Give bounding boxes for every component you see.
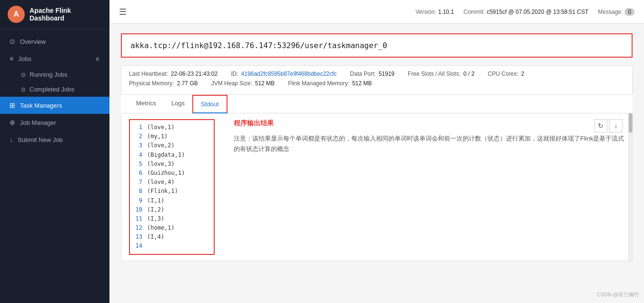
line-content-4: (Bigdata,1) — [147, 151, 185, 160]
code-line-10: 10 (I,2) — [134, 205, 210, 214]
version-value: 1.10.1 — [438, 9, 454, 15]
code-line-1: 1 (love,1) — [134, 123, 210, 132]
tab-metrics[interactable]: Metrics — [129, 95, 164, 113]
physical-memory-item: Physical Memory: 2.77 GB — [129, 80, 198, 87]
hamburger-icon[interactable]: ☰ — [119, 7, 127, 17]
topbar-left: ☰ — [119, 7, 127, 17]
annotation-panel: 程序输出结果 注意：该结果显示每个单词都是有状态的，每次输入相同的单词时该单词会… — [226, 119, 624, 255]
sidebar: A Apache Flink Dashboard ⊙ Overview ≡ Jo… — [0, 0, 109, 303]
code-line-9: 9 (I,1) — [134, 196, 210, 205]
taskmanager-info-panel: Last Heartbeat: 22-06-23 21:43:02 ID: 41… — [121, 65, 633, 95]
line-num-2: 2 — [134, 132, 142, 141]
overview-icon: ⊙ — [10, 38, 15, 45]
data-port-label: Data Port: — [350, 71, 376, 77]
line-content-9: (I,1) — [147, 196, 164, 205]
sidebar-logo: A Apache Flink Dashboard — [0, 0, 109, 29]
flink-memory-label: Flink Managed Memory: — [288, 80, 349, 87]
message-value: 0 — [624, 8, 634, 16]
tab-bar: Metrics Logs Stdout — [121, 95, 633, 113]
watermark: CSDN @若兰幽竹 — [597, 291, 639, 298]
info-row-1: Last Heartbeat: 22-06-23 21:43:02 ID: 41… — [129, 71, 624, 77]
main-area: ☰ Version: 1.10.1 Commit: c5915cf @ 07.0… — [109, 0, 644, 303]
sidebar-item-task-managers-label: Task Managers — [20, 102, 62, 109]
submit-job-icon: ↓ — [10, 136, 13, 143]
code-line-13: 13 (I,4) — [134, 232, 210, 242]
tab-stdout[interactable]: Stdout — [192, 95, 228, 113]
last-heartbeat-label: Last Heartbeat: — [129, 71, 168, 77]
completed-jobs-icon: ⊙ — [21, 86, 26, 93]
annotation-title: 程序输出结果 — [234, 119, 624, 128]
commit-info: Commit: c5915cf @ 07.05.2020 @ 13:58:51 … — [464, 9, 589, 15]
code-line-2: 2 (my,1) — [134, 132, 210, 141]
sidebar-group-jobs-label: Jobs — [18, 55, 31, 62]
download-button[interactable]: ↓ — [609, 119, 623, 132]
stdout-container: 1 (love,1) 2 (my,1) 3 (love,2) 4 (Bigdat… — [121, 113, 633, 261]
annotation-text: 注意：该结果显示每个单词都是有状态的，每次输入相同的单词时该单词会和前一次的计数… — [234, 133, 624, 154]
physical-memory-value: 2.77 GB — [177, 80, 198, 87]
sidebar-item-task-managers[interactable]: ⊞ Task Managers — [0, 97, 109, 114]
sidebar-nav: ⊙ Overview ≡ Jobs ∧ ⊙ Running Jobs ⊙ Com… — [0, 29, 109, 303]
last-heartbeat-value: 22-06-23 21:43:02 — [171, 71, 218, 77]
line-content-1: (love,1) — [147, 123, 175, 132]
line-content-6: (Guizhou,1) — [147, 169, 185, 178]
chevron-up-icon: ∧ — [95, 55, 100, 62]
cpu-cores-label: CPU Cores: — [488, 71, 518, 77]
line-num-6: 6 — [134, 169, 142, 178]
line-num-13: 13 — [134, 232, 142, 242]
flink-logo: A — [8, 6, 25, 23]
jvm-heap-label: JVM Heap Size: — [211, 80, 252, 87]
version-label: Version: — [416, 9, 436, 15]
free-slots-item: Free Slots / All Slots: 0 / 2 — [408, 71, 475, 77]
code-line-6: 6 (Guizhou,1) — [134, 169, 210, 178]
line-content-10: (I,2) — [147, 205, 164, 214]
data-port-item: Data Port: 51919 — [350, 71, 394, 77]
taskmanager-url-box: akka.tcp://flink@192.168.76.147:53296/us… — [121, 33, 633, 58]
code-line-11: 11 (I,3) — [134, 214, 210, 223]
line-content-5: (love,3) — [147, 160, 175, 169]
code-line-12: 12 (home,1) — [134, 223, 210, 232]
sidebar-title: Apache Flink Dashboard — [30, 7, 102, 22]
code-line-14: 14 — [134, 242, 210, 251]
sidebar-group-jobs[interactable]: ≡ Jobs ∧ — [0, 50, 109, 67]
flink-memory-value: 512 MB — [352, 80, 372, 87]
id-value: 4196ad2fc8595b87e9f468bdbec22cfc — [241, 71, 337, 77]
sidebar-item-submit-new-job-label: Submit New Job — [18, 136, 63, 143]
line-content-12: (home,1) — [147, 223, 175, 232]
refresh-button[interactable]: ↻ — [594, 119, 607, 132]
line-num-12: 12 — [134, 223, 142, 232]
scrollbar-thumb — [629, 113, 633, 132]
tab-logs[interactable]: Logs — [164, 95, 192, 113]
commit-value: c5915cf @ 07.05.2020 @ 13:58:51 CST — [486, 9, 588, 15]
free-slots-value: 0 / 2 — [463, 71, 474, 77]
line-num-8: 8 — [134, 187, 142, 196]
taskmanager-url: akka.tcp://flink@192.168.76.147:53296/us… — [130, 41, 387, 50]
free-slots-label: Free Slots / All Slots: — [408, 71, 461, 77]
scrollbar-track[interactable] — [628, 113, 632, 261]
sidebar-item-overview[interactable]: ⊙ Overview — [0, 33, 109, 50]
line-content-3: (love,2) — [147, 141, 175, 150]
job-manager-icon: ⊕ — [10, 119, 15, 126]
sidebar-item-completed-jobs[interactable]: ⊙ Completed Jobs — [0, 82, 109, 97]
version-info: Version: 1.10.1 — [416, 9, 454, 15]
info-row-2: Physical Memory: 2.77 GB JVM Heap Size: … — [129, 80, 624, 87]
line-num-1: 1 — [134, 123, 142, 132]
jobs-icon: ≡ — [10, 55, 13, 62]
topbar-right: Version: 1.10.1 Commit: c5915cf @ 07.05.… — [416, 8, 634, 16]
content-area: akka.tcp://flink@192.168.76.147:53296/us… — [109, 24, 644, 303]
code-line-3: 3 (love,2) — [134, 141, 210, 150]
sidebar-item-submit-new-job[interactable]: ↓ Submit New Job — [0, 131, 109, 148]
cpu-cores-item: CPU Cores: 2 — [488, 71, 525, 77]
id-item: ID: 4196ad2fc8595b87e9f468bdbec22cfc — [231, 71, 337, 77]
stdout-actions: ↻ ↓ — [594, 119, 623, 132]
id-label: ID: — [231, 71, 238, 77]
jvm-heap-item: JVM Heap Size: 512 MB — [211, 80, 275, 87]
code-line-4: 4 (Bigdata,1) — [134, 151, 210, 160]
physical-memory-label: Physical Memory: — [129, 80, 174, 87]
line-num-3: 3 — [134, 141, 142, 150]
last-heartbeat-item: Last Heartbeat: 22-06-23 21:43:02 — [129, 71, 218, 77]
sidebar-item-completed-jobs-label: Completed Jobs — [30, 86, 74, 93]
line-content-2: (my,1) — [147, 132, 168, 141]
sidebar-item-running-jobs[interactable]: ⊙ Running Jobs — [0, 67, 109, 82]
sidebar-item-job-manager[interactable]: ⊕ Job Manager — [0, 114, 109, 131]
data-port-value: 51919 — [378, 71, 394, 77]
